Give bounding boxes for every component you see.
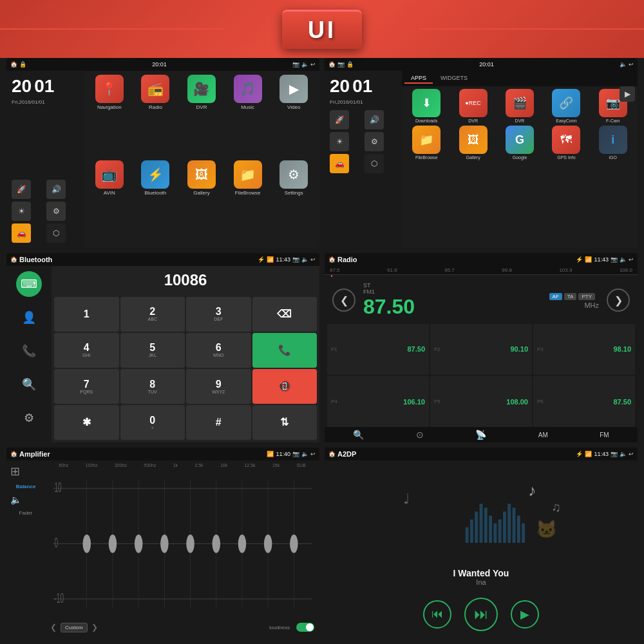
radio-next-button[interactable]: ❯ xyxy=(607,289,630,312)
dial-key-hash[interactable]: # xyxy=(186,405,251,440)
tab-apps[interactable]: APPS xyxy=(404,73,433,84)
bt-calls-btn[interactable]: 📞 xyxy=(16,338,42,364)
key-num-0: 0 xyxy=(149,415,155,426)
dial-key-2[interactable]: 2 ABC xyxy=(120,297,185,332)
app-music[interactable]: 🎵 Music xyxy=(226,75,270,158)
music-play-pause-button[interactable]: ⏭ xyxy=(464,598,498,631)
ctrl-btn-6[interactable]: ⬡ xyxy=(46,223,66,243)
eq-prev-arrow[interactable]: ❮ xyxy=(50,623,57,632)
app2-dvr2[interactable]: 🎬 DVR xyxy=(498,89,542,123)
app-avin[interactable]: 📺 AVIN xyxy=(88,160,131,243)
dial-key-3[interactable]: 3 DEF xyxy=(186,297,251,332)
dial-key-6[interactable]: 6 MNO xyxy=(186,333,251,368)
volume-icon-amp[interactable]: 🔈 xyxy=(10,495,41,505)
home-controls: 🚀 🔊 ☀ ⚙ 🚗 ⬡ xyxy=(12,180,79,243)
eq-next-arrow[interactable]: ❯ xyxy=(91,623,98,632)
radio-search-icon[interactable]: 🔍 xyxy=(353,430,364,440)
store-icon[interactable]: ▶ xyxy=(620,86,635,102)
svg-rect-26 xyxy=(517,516,520,544)
gpsinfo-icon: 🗺 xyxy=(552,126,580,154)
key-hangup: 📵 xyxy=(278,381,291,392)
gallery-label: Gallery xyxy=(193,190,209,196)
dial-key-7[interactable]: 7 PQRS xyxy=(54,369,119,404)
music-next-button[interactable]: ▶ xyxy=(511,600,539,629)
app-gallery[interactable]: 🖼 Gallery xyxy=(180,160,223,243)
app2-filebrowse[interactable]: 📁 FileBrowse xyxy=(404,126,448,160)
radio-prev-button[interactable]: ❮ xyxy=(332,289,355,312)
apps-ctrl-6[interactable]: ⬡ xyxy=(365,154,384,173)
ctrl-btn-5[interactable]: 🚗 xyxy=(12,223,31,243)
app2-dvr1[interactable]: ●REC DVR xyxy=(451,89,495,123)
dial-key-9[interactable]: 9 WXYZ xyxy=(186,369,251,404)
ctrl-btn-3[interactable]: ☀ xyxy=(12,202,31,221)
dial-key-hangup[interactable]: 📵 xyxy=(252,369,317,404)
dial-key-call[interactable]: 📞 xyxy=(252,333,317,368)
app2-gpsinfo[interactable]: 🗺 GPS Info xyxy=(544,126,588,160)
radio-info-icon[interactable]: ⊙ xyxy=(416,430,424,440)
dial-key-backspace[interactable]: ⌫ xyxy=(252,297,317,332)
af-button[interactable]: AF xyxy=(549,293,562,300)
app2-google[interactable]: G Google xyxy=(498,126,542,160)
dial-key-star[interactable]: ✱ xyxy=(54,405,119,440)
ctrl-btn-1[interactable]: 🚀 xyxy=(12,180,31,199)
radio-am-btn[interactable]: AM xyxy=(538,431,548,439)
key-num-8: 8 xyxy=(149,379,155,390)
app-dvr[interactable]: 🎥 DVR xyxy=(180,75,223,158)
app-filebrowse[interactable]: 📁 FileBrowse xyxy=(226,160,270,243)
ctrl-btn-2[interactable]: 🔊 xyxy=(46,180,66,199)
bt-settings-btn[interactable]: ⚙ xyxy=(16,405,42,431)
dial-key-8[interactable]: 8 TUV xyxy=(120,369,185,404)
bt-contacts-btn[interactable]: 👤 xyxy=(16,305,42,330)
apps-ctrl-5[interactable]: 🚗 xyxy=(330,154,349,173)
preset-p5[interactable]: P5 108.00 xyxy=(430,376,532,427)
cam-icon-6: 📷 xyxy=(611,451,618,457)
eq-handle-2 xyxy=(109,535,117,553)
app-navigation[interactable]: 📍 Navigation xyxy=(88,75,131,158)
freq-12_5k: 12.5k xyxy=(244,463,255,468)
preset-p2[interactable]: P2 90.10 xyxy=(430,324,532,375)
eq-controls-icon[interactable]: ⊞ xyxy=(10,464,41,478)
app-bluetooth[interactable]: ⚡ Bluetooth xyxy=(134,160,178,243)
music-prev-button[interactable]: ⏮ xyxy=(423,600,451,629)
apps-left-panel: 20 01 Fri,2016/01/01 🚀 🔊 ☀ ⚙ 🚗 ⬡ xyxy=(325,71,402,248)
app2-downloads[interactable]: ⬇ Downloads xyxy=(404,89,448,123)
dialer-number: 10086 xyxy=(52,266,319,294)
dial-key-1[interactable]: 1 xyxy=(54,297,119,332)
bt-search-btn[interactable]: 🔍 xyxy=(16,372,42,397)
apps-ctrl-2[interactable]: 🔊 xyxy=(365,110,384,129)
loudness-toggle[interactable] xyxy=(296,623,314,632)
app2-igo[interactable]: i iGO xyxy=(591,126,635,160)
bt-dialpad-btn[interactable]: ⌨ xyxy=(16,271,42,297)
app2-easyconn[interactable]: 🔗 EasyConn xyxy=(544,89,588,123)
dial-key-0[interactable]: 0 + xyxy=(120,405,185,440)
ta-button[interactable]: TA xyxy=(564,293,577,300)
preset-p3[interactable]: P3 98.10 xyxy=(533,324,635,375)
app-radio[interactable]: 📻 Radio xyxy=(134,75,178,158)
dvr-icon: 🎥 xyxy=(187,75,216,103)
apps-ctrl-4[interactable]: ⚙ xyxy=(365,132,384,151)
freq-marker-1: 87.5 xyxy=(330,267,340,273)
preset-p4[interactable]: P4 106.10 xyxy=(327,376,429,427)
app2-gallery[interactable]: 🖼 Gallery xyxy=(451,126,495,160)
radio-fm-btn[interactable]: FM xyxy=(600,431,609,439)
radio-antenna-icon[interactable]: 📡 xyxy=(475,430,486,440)
preset-freq-2: 90.10 xyxy=(510,345,528,353)
app-settings[interactable]: ⚙ Settings xyxy=(272,160,316,243)
tab-widgets[interactable]: WIDGETS xyxy=(434,73,474,84)
dial-key-swap[interactable]: ⇅ xyxy=(252,405,317,440)
preset-p1[interactable]: P1 87.50 xyxy=(327,324,429,375)
apps-ctrl-1[interactable]: 🚀 xyxy=(330,110,349,129)
preset-p6[interactable]: P6 87.50 xyxy=(533,376,635,427)
svg-text:🐱: 🐱 xyxy=(536,519,558,540)
dial-key-4[interactable]: 4 GHI xyxy=(54,333,119,368)
app-video[interactable]: ▶ Video xyxy=(272,75,316,158)
wifi-icon-6: 📶 xyxy=(585,451,592,457)
dial-key-5[interactable]: 5 JKL xyxy=(120,333,185,368)
home-apps-grid: 📍 Navigation 📻 Radio 🎥 DVR 🎵 Music ▶ xyxy=(84,71,319,248)
eq-preset-button[interactable]: Custom xyxy=(61,623,88,632)
freq-marker-3: 95.7 xyxy=(444,267,455,273)
svg-text:0: 0 xyxy=(55,535,59,551)
pty-button[interactable]: PTY xyxy=(578,293,595,300)
apps-ctrl-3[interactable]: ☀ xyxy=(330,132,349,151)
ctrl-btn-4[interactable]: ⚙ xyxy=(46,202,66,221)
